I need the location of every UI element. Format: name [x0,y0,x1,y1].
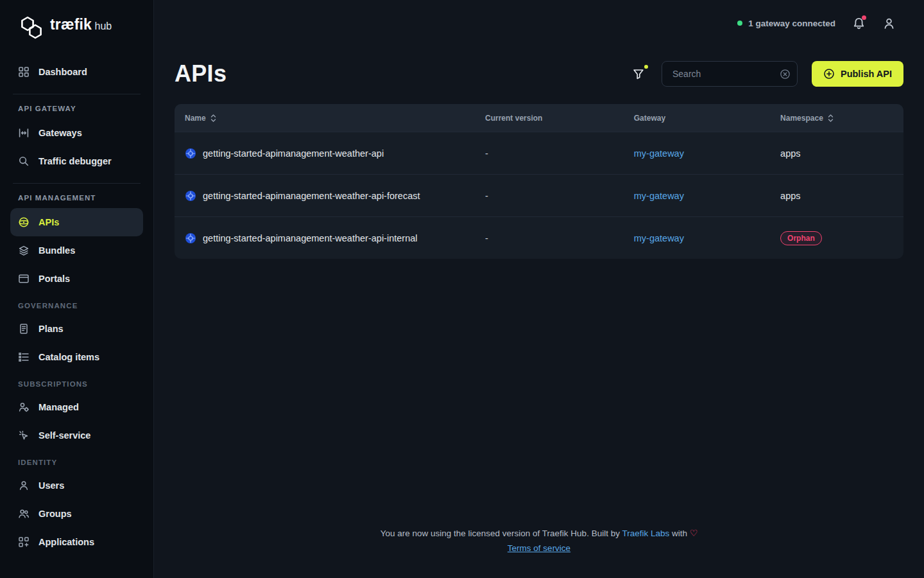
person-gear-icon [18,401,30,413]
content: APIs [154,46,924,259]
api-namespace-cell: apps [770,148,903,159]
nav-label: Bundles [38,245,75,256]
sidebar-subsection-governance: GOVERNANCE [10,293,143,315]
table-row[interactable]: getting-started-apimanagement-weather-ap… [175,216,903,259]
gateway-status: 1 gateway connected [737,19,835,28]
sidebar-item-traffic-debugger[interactable]: Traffic debugger [10,147,143,175]
nav-label: Self-service [38,430,90,441]
api-sphere-icon [185,190,196,202]
sidebar-item-apis[interactable]: APIs [10,208,143,236]
column-label: Namespace [780,114,823,123]
api-version-cell: - [475,233,624,243]
apis-icon [18,216,30,228]
status-green-dot [737,21,742,26]
footer: You are now using the licensed version o… [154,527,924,578]
nav-label: Portals [38,274,70,284]
dashboard-icon [18,66,30,78]
api-name-cell: getting-started-apimanagement-weather-ap… [175,190,475,202]
brand-name: træfik [50,16,92,33]
page-head: APIs [175,60,903,87]
filter-button[interactable] [629,65,647,83]
search-input[interactable] [671,68,774,80]
sidebar-item-gateways[interactable]: Gateways [10,119,143,147]
sidebar-item-catalog-items[interactable]: Catalog items [10,343,143,371]
column-header-current-version: Current version [475,114,624,123]
traefik-hub-logo: træfik hub [10,14,143,41]
nav-label: Plans [38,324,64,334]
sidebar-item-users[interactable]: Users [10,471,143,500]
notifications-button[interactable] [852,17,866,30]
column-header-gateway: Gateway [624,114,770,123]
gateways-icon [18,127,30,139]
api-name-cell: getting-started-apimanagement-weather-ap… [175,232,475,244]
nav-label: Applications [38,537,94,547]
api-gateway-cell: my-gateway [624,148,770,159]
sort-icon [210,114,217,123]
api-sphere-icon [185,148,196,159]
footer-with-text: with [669,529,690,538]
table-row[interactable]: getting-started-apimanagement-weather-ap… [175,174,903,216]
publish-api-label: Publish API [841,69,892,79]
api-namespace-cell: apps [770,191,903,201]
api-version-cell: - [475,148,624,159]
gateway-link[interactable]: my-gateway [634,233,684,243]
sidebar-item-managed[interactable]: Managed [10,393,143,421]
notification-dot [862,15,866,20]
brand-sub: hub [95,21,112,31]
traefik-labs-link[interactable]: Traefik Labs [622,529,669,538]
heart-icon: ♡ [690,528,698,538]
column-label: Name [185,114,206,123]
api-namespace-cell: Orphan [770,231,903,245]
sidebar-item-groups[interactable]: Groups [10,500,143,528]
sidebar-item-plans[interactable]: Plans [10,315,143,343]
terms-of-service-link[interactable]: Terms of service [154,543,924,555]
funnel-icon [632,67,645,80]
column-header-name[interactable]: Name [175,114,475,123]
controls: Publish API [629,61,903,87]
sidebar-section-api-gateway: API GATEWAY [10,97,143,119]
apps-grid-plus-icon [18,536,30,548]
sidebar-section-api-management: API MANAGEMENT [10,186,143,208]
page-title: APIs [175,60,227,87]
document-icon [18,323,30,335]
search-clear-button[interactable] [780,69,791,80]
sidebar-nav: Dashboard API GATEWAY Gateways [10,58,143,556]
nav-label: Catalog items [38,352,99,362]
column-label: Current version [485,114,542,123]
column-header-namespace[interactable]: Namespace [770,114,903,123]
api-name: getting-started-apimanagement-weather-ap… [203,191,420,201]
nav-label: Users [38,480,64,491]
gateway-link[interactable]: my-gateway [634,191,684,201]
cursor-click-icon [18,430,30,441]
column-label: Gateway [634,114,665,123]
sidebar: træfik hub Dashboard API GATEWAY [0,0,154,578]
gateway-link[interactable]: my-gateway [634,148,684,159]
account-button[interactable] [882,17,896,30]
sidebar-item-self-service[interactable]: Self-service [10,421,143,450]
gateway-status-label: 1 gateway connected [748,19,835,28]
api-gateway-cell: my-gateway [624,191,770,201]
nav-label: Dashboard [38,67,87,77]
divider [13,183,141,184]
sidebar-subsection-identity: IDENTITY [10,450,143,471]
magnifier-icon [18,155,30,167]
sidebar-item-applications[interactable]: Applications [10,528,143,556]
api-name-cell: getting-started-apimanagement-weather-ap… [175,148,475,159]
search-box [662,61,798,87]
topbar: 1 gateway connected [154,0,924,46]
nav-label: Traffic debugger [38,156,112,166]
sidebar-item-dashboard[interactable]: Dashboard [10,58,143,86]
sidebar-item-bundles[interactable]: Bundles [10,236,143,265]
main-area: 1 gateway connected [154,0,924,578]
api-name: getting-started-apimanagement-weather-ap… [203,148,384,159]
browser-window-icon [18,273,30,285]
group-icon [18,508,30,520]
footer-license-text: You are now using the licensed version o… [381,529,622,538]
list-icon [18,351,30,363]
app-root: træfik hub Dashboard API GATEWAY [0,0,924,578]
sidebar-item-portals[interactable]: Portals [10,265,143,293]
apis-table: Name Current version Gateway [175,104,903,259]
nav-label: Gateways [38,128,82,138]
table-row[interactable]: getting-started-apimanagement-weather-ap… [175,132,903,174]
publish-api-button[interactable]: Publish API [812,61,903,87]
